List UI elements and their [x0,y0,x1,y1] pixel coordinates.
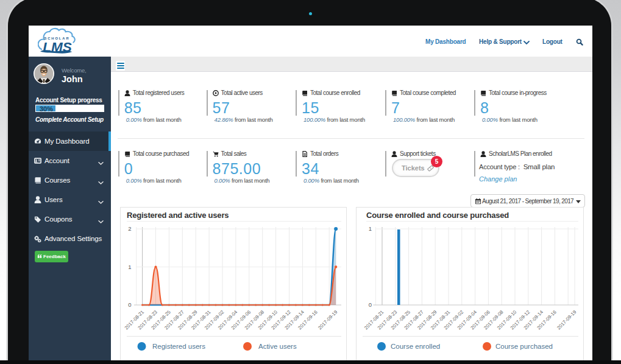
svg-text:1: 1 [369,225,372,232]
svg-text:0: 0 [128,301,131,308]
svg-text:0: 0 [369,301,372,308]
svg-text:Course purchased: Course purchased [495,343,553,350]
svg-text:2: 2 [128,225,131,232]
svg-text:2017-09-19: 2017-09-19 [556,309,578,331]
svg-text:Active users: Active users [258,343,297,350]
svg-text:Registered users: Registered users [152,343,205,350]
svg-text:1: 1 [128,264,131,270]
svg-text:Course enrolled: Course enrolled [391,343,440,350]
svg-text:2017-09-19: 2017-09-19 [317,309,339,331]
